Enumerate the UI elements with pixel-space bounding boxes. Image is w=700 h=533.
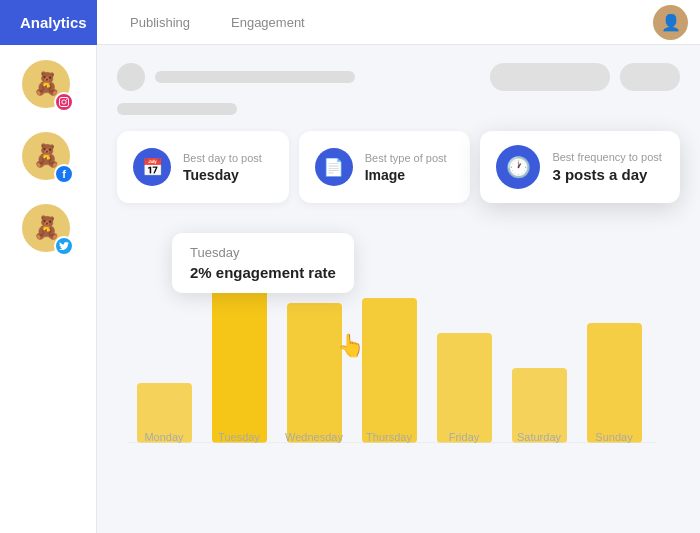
skeleton-pill-2 (620, 63, 680, 91)
stats-row: 📅 Best day to post Tuesday 📄 Best type o… (117, 131, 680, 203)
filter-icon (117, 63, 145, 91)
tooltip-day: Tuesday (190, 245, 336, 260)
chart-area: Tuesday 2% engagement rate 👆 (117, 223, 680, 443)
svg-rect-3 (362, 298, 417, 443)
svg-text:Saturday: Saturday (517, 431, 562, 443)
stat-text-best-day: Best day to post Tuesday (183, 152, 262, 183)
stat-label-best-frequency: Best frequency to post (552, 151, 661, 163)
instagram-badge (54, 92, 74, 112)
tab-engagement[interactable]: Engagement (213, 0, 323, 45)
analytics-tab[interactable]: Analytics (0, 0, 97, 45)
stat-text-best-type: Best type of post Image (365, 152, 447, 183)
avatar[interactable]: 👤 (653, 5, 688, 40)
svg-text:Friday: Friday (449, 431, 480, 443)
clock-icon: 🕐 (496, 145, 540, 189)
stat-value-best-frequency: 3 posts a day (552, 166, 661, 183)
svg-text:Monday: Monday (144, 431, 184, 443)
sidebar: 🧸 🧸 f 🧸 (0, 45, 97, 533)
header: Analytics Publishing Engagement 👤 (0, 0, 700, 45)
skeleton-pill-1 (490, 63, 610, 91)
filter-bar-2 (117, 103, 680, 115)
svg-rect-2 (287, 303, 342, 443)
stat-value-best-day: Tuesday (183, 167, 262, 183)
sidebar-item-twitter[interactable]: 🧸 (22, 204, 74, 256)
stat-text-best-frequency: Best frequency to post 3 posts a day (552, 151, 661, 183)
tooltip-value: 2% engagement rate (190, 264, 336, 281)
document-icon: 📄 (315, 148, 353, 186)
twitter-badge (54, 236, 74, 256)
svg-rect-4 (437, 333, 492, 443)
skeleton-text-short (117, 103, 237, 115)
chart-tooltip: Tuesday 2% engagement rate (172, 233, 354, 293)
stat-value-best-type: Image (365, 167, 447, 183)
svg-text:Tuesday: Tuesday (218, 431, 260, 443)
main-content: 📅 Best day to post Tuesday 📄 Best type o… (97, 45, 700, 533)
sidebar-item-facebook[interactable]: 🧸 f (22, 132, 74, 184)
filter-bar (117, 63, 680, 91)
header-tabs: Publishing Engagement (97, 0, 653, 45)
svg-text:Thursday: Thursday (366, 431, 412, 443)
stat-label-best-day: Best day to post (183, 152, 262, 164)
facebook-badge: f (54, 164, 74, 184)
svg-text:Sunday: Sunday (595, 431, 633, 443)
stat-label-best-type: Best type of post (365, 152, 447, 164)
skeleton-text-long (155, 71, 355, 83)
calendar-icon: 📅 (133, 148, 171, 186)
stat-card-best-day: 📅 Best day to post Tuesday (117, 131, 289, 203)
sidebar-item-instagram[interactable]: 🧸 (22, 60, 74, 112)
stat-card-best-frequency: 🕐 Best frequency to post 3 posts a day (480, 131, 680, 203)
stat-card-best-type: 📄 Best type of post Image (299, 131, 471, 203)
svg-rect-6 (587, 323, 642, 443)
tab-publishing[interactable]: Publishing (112, 0, 208, 45)
svg-text:Wednesday: Wednesday (285, 431, 343, 443)
